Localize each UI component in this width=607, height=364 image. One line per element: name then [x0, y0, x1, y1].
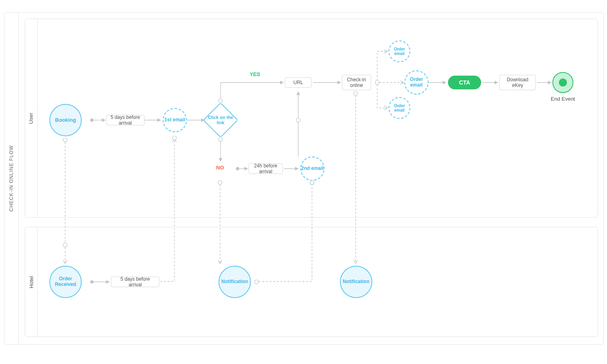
order-email-mid-label: Order email: [405, 77, 428, 88]
end-event-node: [552, 72, 573, 93]
first-email-label: 1st email: [164, 117, 185, 123]
cta-node: CTA: [448, 76, 481, 89]
five-days-hotel-task: 5 days before arrival: [111, 277, 159, 287]
svg-point-20: [255, 280, 259, 284]
order-email-bot: Order email: [388, 97, 410, 119]
url-label: URL: [293, 80, 303, 85]
lane-user-label: User: [28, 112, 34, 123]
svg-point-18: [90, 280, 93, 284]
click-link-label: Click on the link: [206, 115, 235, 125]
booking-node: Booking: [49, 104, 82, 136]
download-label: Download eKey: [502, 77, 533, 89]
pool-title-text: CHECK-IN ONLINE FLOW: [8, 145, 14, 212]
notification2-label: Notification: [343, 279, 369, 285]
notification1-label: Notification: [221, 279, 248, 285]
twentyfour-task: 24h before arrival: [248, 163, 283, 174]
five-days-label: 5 days before arrival: [109, 114, 142, 126]
lane-hotel: Hotel Order Received 5 days before arriv…: [25, 227, 598, 337]
lane-hotel-title: Hotel: [25, 227, 38, 336]
notification2-node: Notification: [340, 266, 372, 298]
order-email-bot-label: Order email: [389, 104, 410, 113]
booking-label: Booking: [55, 117, 76, 123]
svg-point-11: [296, 118, 300, 122]
order-email-mid: Order email: [404, 70, 429, 95]
svg-point-8: [236, 167, 239, 170]
cta-label: CTA: [459, 79, 470, 86]
lane-hotel-label: Hotel: [28, 276, 34, 288]
svg-point-0: [90, 119, 93, 122]
notification1-node: Notification: [219, 266, 251, 298]
second-email-label: 2nd email: [301, 166, 323, 171]
lane-user-title: User: [25, 19, 38, 217]
pool-title: CHECK-IN ONLINE FLOW: [4, 13, 19, 344]
no-label: NO: [216, 165, 224, 171]
svg-point-4: [219, 99, 223, 103]
second-email-node: 2nd email: [300, 157, 325, 181]
checkin-label: Check-in online: [345, 77, 368, 89]
first-email-node: 1st email: [163, 108, 187, 132]
order-email-top: Order email: [388, 40, 410, 62]
download-task: Download eKey: [499, 75, 536, 90]
order-received-node: Order Received: [49, 266, 82, 298]
svg-point-13: [375, 80, 379, 85]
checkin-task: Check-in online: [342, 75, 371, 90]
url-task: URL: [285, 77, 312, 88]
order-received-label: Order Received: [50, 276, 81, 288]
click-link-gateway: Click on the link: [206, 106, 235, 134]
lane-user: User: [25, 19, 598, 218]
yes-label: YES: [250, 71, 260, 77]
svg-point-6: [219, 138, 223, 142]
five-days-task: 5 days before arrival: [106, 115, 144, 125]
twentyfour-label: 24h before arrival: [251, 163, 280, 175]
pool-frame: CHECK-IN ONLINE FLOW User: [4, 12, 604, 345]
five-days-hotel-label: 5 days before arrival: [114, 276, 157, 288]
order-email-top-label: Order email: [389, 47, 410, 56]
end-event-label: End Event: [549, 96, 577, 102]
end-dot-icon: [559, 78, 567, 87]
